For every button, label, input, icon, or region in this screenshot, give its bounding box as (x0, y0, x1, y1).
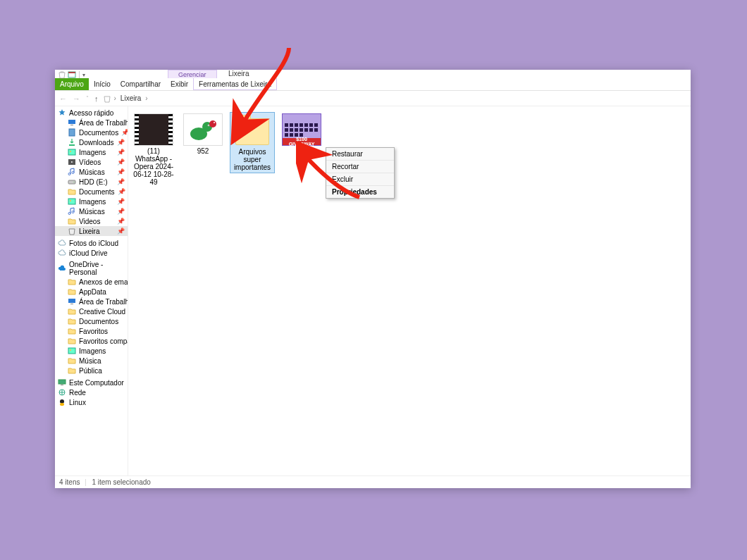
pin-icon: 📌 (117, 178, 125, 185)
content-pane[interactable]: (11) WhatsApp - Opera 2024-06-12 10-28-4… (128, 106, 691, 475)
tab-share[interactable]: Compartilhar (116, 78, 166, 90)
nav-up-button[interactable]: ↑ (93, 94, 100, 103)
sidebar-item-label: Downloads (79, 139, 113, 147)
pin-icon: 📌 (117, 218, 125, 225)
svg-rect-11 (68, 199, 75, 204)
sidebar-item[interactable]: AppData (55, 287, 128, 297)
net-icon (58, 388, 66, 397)
recycle-bin-icon (58, 70, 66, 79)
svg-rect-2 (68, 120, 75, 124)
sidebar-item[interactable]: Lixeira📌 (55, 226, 128, 236)
svg-rect-3 (70, 125, 73, 125)
svg-rect-6 (68, 149, 75, 155)
nav-back-button[interactable]: ← (58, 94, 68, 103)
music-icon (68, 207, 76, 216)
context-menu-item[interactable]: Restaurar (326, 148, 394, 161)
image-icon (68, 148, 76, 156)
properties-icon[interactable] (68, 70, 76, 79)
file-item[interactable]: 952 (180, 112, 226, 156)
sidebar-item[interactable]: Imagens📌 (55, 147, 128, 157)
qat-dropdown-icon[interactable]: ▾ (82, 72, 85, 78)
sidebar-head-label: Fotos do iCloud (69, 239, 118, 247)
sidebar-item[interactable]: Documents📌 (55, 187, 128, 197)
nav-dropdown-icon[interactable]: ˅ (85, 95, 90, 101)
explorer-window: ▾ Gerenciar Lixeira Arquivo Início Compa… (55, 70, 691, 488)
sidebar-item-label: Música (79, 357, 101, 365)
folder-icon (68, 217, 76, 225)
breadcrumb-root[interactable]: Lixeira (119, 94, 142, 102)
sidebar-head[interactable]: Rede (55, 387, 128, 397)
sidebar-item-label: Videos (79, 218, 100, 225)
desktop-icon (68, 297, 76, 306)
tab-home[interactable]: Início (89, 78, 116, 90)
sidebar-item[interactable]: Documentos📌 (55, 127, 128, 137)
svg-point-16 (70, 349, 71, 351)
sidebar-item[interactable]: Favoritos compartil (55, 336, 128, 346)
status-separator (85, 479, 86, 486)
sidebar-item[interactable]: Imagens📌 (55, 197, 128, 206)
image-thumb (183, 113, 223, 146)
svg-point-26 (209, 120, 216, 127)
desktop-icon (68, 118, 76, 127)
file-item[interactable]: Arquivos super importantes (230, 112, 275, 173)
tab-view[interactable]: Exibir (166, 78, 193, 90)
pin-icon: 📌 (118, 188, 125, 195)
tab-recycle-bin-tools[interactable]: Ferramentas de Lixeira (193, 78, 277, 90)
context-menu-item[interactable]: Recortar (326, 161, 394, 173)
breadcrumb[interactable]: › Lixeira › (103, 94, 148, 103)
sidebar-item[interactable]: Documentos (55, 316, 128, 326)
tab-file[interactable]: Arquivo (55, 78, 89, 90)
sidebar-head[interactable]: OneDrive - Personal (55, 260, 128, 277)
svg-point-21 (60, 403, 64, 406)
sidebar-item[interactable]: Downloads📌 (55, 137, 128, 147)
sidebar-item-label: Área de Trabalho (79, 119, 128, 127)
sidebar-item[interactable]: Creative Cloud Files (55, 306, 128, 316)
sidebar-head[interactable]: Linux (55, 397, 128, 407)
sidebar-item[interactable]: Favoritos (55, 326, 128, 336)
sidebar-head[interactable]: Acesso rápido (55, 108, 128, 118)
status-item-count: 4 itens (59, 478, 80, 486)
svg-point-7 (70, 151, 71, 152)
sidebar-item[interactable]: Área de Trabalho (55, 297, 128, 306)
svg-point-12 (70, 200, 71, 201)
sidebar-item[interactable]: Imagens (55, 346, 128, 356)
item-grid: (11) WhatsApp - Opera 2024-06-12 10-28-4… (128, 106, 691, 193)
sidebar-item[interactable]: HDD (E:)📌 (55, 177, 128, 187)
sidebar[interactable]: Acesso rápidoÁrea de Trabalho📌Documentos… (55, 106, 128, 475)
sidebar-item[interactable]: Área de Trabalho📌 (55, 118, 128, 127)
svg-rect-5 (69, 144, 75, 146)
pin-icon: 📌 (117, 158, 125, 166)
nav-forward-button[interactable]: → (71, 94, 82, 103)
sidebar-item-label: Creative Cloud Files (79, 308, 128, 316)
sidebar-item[interactable]: Anexos de email (55, 277, 128, 287)
sidebar-item-label: Imagens (79, 347, 106, 355)
sidebar-head[interactable]: Este Computador (55, 378, 128, 387)
context-menu-item[interactable]: Propriedades (326, 186, 394, 198)
folder-icon (68, 278, 76, 286)
sidebar-item[interactable]: Vídeos📌 (55, 157, 128, 167)
video-thumb (134, 113, 173, 146)
sidebar-head-label: Acesso rápido (69, 109, 113, 117)
explorer-body: Acesso rápidoÁrea de Trabalho📌Documentos… (55, 106, 691, 475)
sidebar-head-label: OneDrive - Personal (69, 261, 125, 276)
sidebar-head[interactable]: Fotos do iCloud (55, 238, 128, 248)
file-item[interactable]: $100 GIVEAWAY (279, 112, 324, 149)
pin-icon: 📌 (117, 208, 125, 215)
sidebar-head[interactable]: iCloud Drive (55, 248, 128, 258)
sidebar-item-label: HDD (E:) (79, 178, 108, 186)
file-item[interactable]: (11) WhatsApp - Opera 2024-06-12 10-28-4… (131, 112, 176, 187)
address-bar: ← → ˅ ↑ › Lixeira › (55, 91, 691, 106)
sidebar-item[interactable]: Pública (55, 366, 128, 375)
sidebar-item[interactable]: Videos📌 (55, 216, 128, 226)
context-menu: RestaurarRecortarExcluirPropriedades (326, 147, 395, 199)
video-icon (68, 158, 76, 166)
context-menu-item[interactable]: Excluir (326, 173, 394, 186)
sidebar-item[interactable]: Música (55, 356, 128, 366)
music-icon (68, 168, 76, 176)
sidebar-item[interactable]: Músicas📌 (55, 167, 128, 177)
folder-icon (68, 187, 76, 196)
sidebar-item-label: Área de Trabalho (79, 298, 128, 306)
sidebar-item[interactable]: Músicas📌 (55, 206, 128, 216)
star-icon (58, 108, 66, 117)
folder-icon (68, 356, 76, 365)
